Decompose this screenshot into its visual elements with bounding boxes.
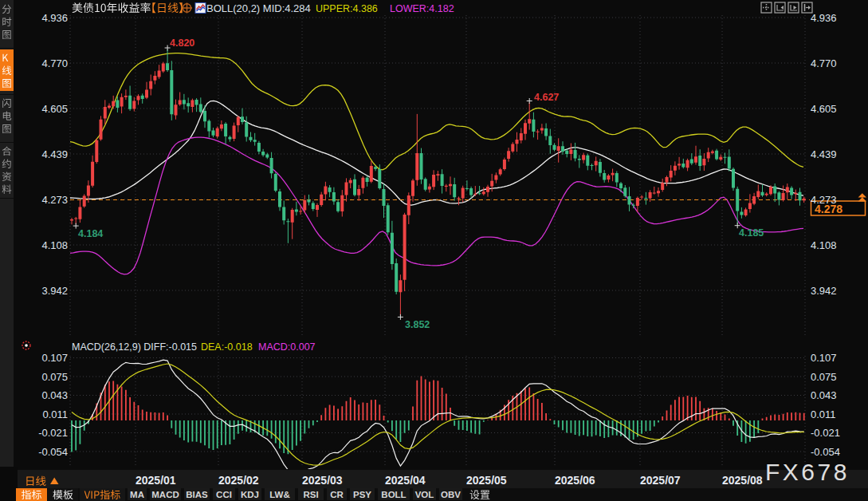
svg-text:4.108: 4.108: [41, 239, 68, 251]
svg-text:2025/07: 2025/07: [640, 474, 681, 487]
svg-text:MACD:0.007: MACD:0.007: [258, 341, 316, 353]
svg-text:4.108: 4.108: [811, 239, 837, 251]
svg-text:2025/02: 2025/02: [218, 474, 259, 487]
svg-text:0.107: 0.107: [811, 352, 837, 364]
svg-text:0.075: 0.075: [41, 371, 68, 383]
svg-text:0.075: 0.075: [811, 371, 837, 383]
svg-text:4.273: 4.273: [41, 194, 68, 206]
svg-text:4.936: 4.936: [41, 12, 68, 24]
svg-text:LOWER:4.182: LOWER:4.182: [390, 3, 454, 14]
svg-text:2025/04: 2025/04: [385, 474, 426, 487]
svg-text:PSY: PSY: [353, 490, 371, 499]
svg-text:UPPER:4.386: UPPER:4.386: [316, 3, 378, 14]
svg-text:FX678: FX678: [765, 459, 850, 485]
svg-text:-0.054: -0.054: [811, 446, 840, 458]
svg-text:2025/03: 2025/03: [302, 474, 343, 487]
svg-text:4.439: 4.439: [811, 148, 837, 160]
svg-text:2025/05: 2025/05: [466, 474, 507, 487]
svg-text:MACD(26,12,9) DIFF:-0.015: MACD(26,12,9) DIFF:-0.015: [72, 341, 197, 353]
svg-text:MACD: MACD: [151, 490, 179, 499]
svg-text:4.820: 4.820: [170, 37, 194, 49]
svg-text:KDJ: KDJ: [241, 490, 259, 499]
svg-text:4.185: 4.185: [739, 227, 764, 239]
svg-text:-0.021: -0.021: [811, 427, 840, 439]
svg-text:BOLL(20,2) MID:4.284: BOLL(20,2) MID:4.284: [206, 2, 311, 14]
svg-text:4.605: 4.605: [41, 103, 68, 115]
svg-text:3.852: 3.852: [405, 319, 430, 330]
svg-text:4.627: 4.627: [534, 92, 559, 103]
svg-text:4.605: 4.605: [811, 103, 837, 115]
svg-text:2025/08: 2025/08: [722, 474, 763, 487]
svg-text:4.770: 4.770: [41, 57, 68, 69]
svg-text:4.770: 4.770: [811, 57, 837, 69]
svg-text:-0.021: -0.021: [38, 427, 68, 439]
svg-text:2025/01: 2025/01: [136, 474, 176, 487]
svg-text:0.011: 0.011: [811, 408, 836, 420]
svg-text:0.043: 0.043: [41, 389, 68, 401]
svg-text:CR: CR: [330, 490, 344, 499]
svg-text:0.043: 0.043: [811, 389, 837, 401]
svg-text:0.107: 0.107: [41, 352, 68, 364]
svg-text:LW&: LW&: [269, 490, 290, 499]
svg-text:VOL: VOL: [415, 490, 434, 499]
svg-text:3.942: 3.942: [41, 285, 68, 297]
svg-text:MA: MA: [130, 490, 144, 499]
svg-text:RSI: RSI: [303, 490, 318, 499]
svg-text:4.184: 4.184: [78, 228, 103, 239]
svg-text:4.273: 4.273: [811, 194, 837, 206]
svg-text:2025/06: 2025/06: [555, 474, 595, 487]
svg-text:BIAS: BIAS: [186, 490, 208, 499]
svg-text:CCI: CCI: [216, 490, 232, 499]
svg-text:OBV: OBV: [441, 490, 461, 499]
svg-text:DEA:-0.018: DEA:-0.018: [201, 341, 253, 353]
svg-text:4.439: 4.439: [41, 148, 68, 160]
svg-text:BOLL: BOLL: [381, 490, 406, 499]
svg-text:3.942: 3.942: [811, 285, 837, 297]
svg-text:4.936: 4.936: [811, 12, 837, 24]
svg-text:-0.054: -0.054: [38, 446, 68, 458]
svg-text:0.011: 0.011: [42, 408, 68, 420]
